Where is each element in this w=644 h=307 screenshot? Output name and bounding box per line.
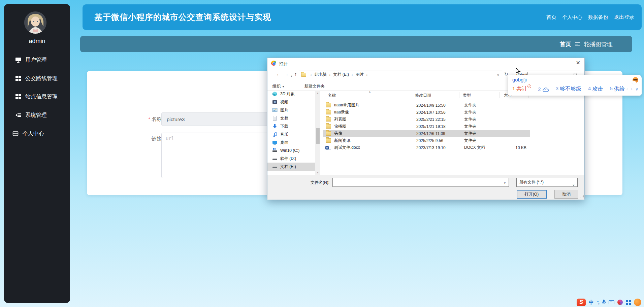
- refresh-icon[interactable]: ↻: [504, 71, 508, 77]
- history-chevron-icon[interactable]: ∨: [290, 72, 293, 79]
- file-row[interactable]: 新闻资讯 2025/2/25 9:56 文件夹: [323, 137, 530, 144]
- crumb-arrow-icon: ›: [329, 73, 331, 77]
- address-dropdown-icon[interactable]: ∨: [497, 73, 499, 77]
- file-row[interactable]: aaaa常用图片 2024/10/9 15:50 文件夹: [323, 102, 530, 109]
- forward-icon[interactable]: →: [284, 71, 289, 77]
- header-link-backup[interactable]: 数据备份: [588, 14, 608, 21]
- drive-icon: [272, 164, 278, 169]
- page-title: 基于微信小程序的城市公交查询系统设计与实现: [94, 12, 271, 23]
- sidebar-item-documents[interactable]: 文档: [267, 114, 315, 122]
- ime-punctuation-icon[interactable]: °,: [597, 300, 599, 305]
- back-icon[interactable]: ←: [276, 71, 281, 77]
- microphone-icon[interactable]: [602, 300, 606, 305]
- name-label: *名称: [87, 116, 162, 123]
- open-button[interactable]: 打开(O): [517, 190, 547, 199]
- crumb-arrow-icon: ›: [311, 73, 312, 77]
- ime-next-page-icon[interactable]: ›: [631, 87, 632, 92]
- crumb-arrow-icon: ›: [366, 73, 368, 77]
- file-list: ∧ 名称 修改日期 类型 大小 aaaa常用图片 2024/10/9 15:50…: [322, 91, 581, 175]
- header-link-home[interactable]: 首页: [546, 14, 556, 21]
- column-header-date[interactable]: 修改日期: [415, 91, 431, 99]
- filetype-select[interactable]: 所有文件 (*.*) ∨: [516, 178, 578, 187]
- sidebar-item-label: 系统管理: [25, 112, 47, 119]
- sidebar-item-stations[interactable]: 站点信息管理: [4, 91, 70, 103]
- ime-candidates: 1 共计 ✓ 2 3 够不够级 4 攻击 5 供给: [512, 86, 625, 93]
- address-bar[interactable]: › 此电脑 › 文档 (E:) › 图片 › ∨: [299, 70, 502, 79]
- dialog-titlebar[interactable]: 打开 ✕: [267, 58, 584, 68]
- organize-button[interactable]: 组织▼: [272, 83, 285, 89]
- sidebar-item-profile[interactable]: 个人中心: [4, 128, 70, 140]
- ime-cn-mode-icon[interactable]: 中: [589, 299, 594, 306]
- keyboard-icon[interactable]: [609, 300, 614, 304]
- grid-icon: [15, 75, 21, 81]
- sidebar-item-label: 公交路线管理: [25, 75, 58, 82]
- header-link-profile[interactable]: 个人中心: [562, 14, 582, 21]
- ime-toolbar: S 中 °,: [577, 298, 641, 307]
- sidebar-item-downloads[interactable]: 下载: [267, 122, 315, 130]
- correction-badge-icon: ✓: [527, 84, 531, 88]
- ime-skin-icon[interactable]: [617, 300, 623, 305]
- file-row[interactable]: aaa录像 2024/10/7 10:56 文件夹: [323, 109, 530, 116]
- ime-candidate-3[interactable]: 3 够不够级: [556, 86, 581, 93]
- sidebar-item-label: 个人中心: [23, 130, 44, 137]
- avatar[interactable]: [24, 11, 46, 34]
- ime-emoji-icon[interactable]: [633, 77, 638, 83]
- sidebar-item-music[interactable]: 音乐: [267, 130, 315, 138]
- column-header-name[interactable]: 名称: [328, 91, 336, 99]
- grid-icon: [15, 94, 21, 100]
- sidebar-item-pictures[interactable]: 图片: [267, 106, 315, 114]
- ime-composition: gobg'ji: [512, 77, 527, 82]
- close-icon[interactable]: ✕: [576, 60, 580, 66]
- column-header-type[interactable]: 类型: [463, 91, 471, 99]
- chevron-down-icon[interactable]: ∨: [504, 181, 506, 184]
- music-icon: [272, 132, 278, 137]
- sidebar-scrollbar[interactable]: ∧ ∨: [315, 91, 320, 175]
- scrollbar-thumb[interactable]: [316, 128, 320, 144]
- scroll-up-icon[interactable]: ∧: [315, 92, 320, 95]
- sidebar-item-drive-c[interactable]: Win10 (C:): [267, 146, 315, 155]
- ime-expand-icon[interactable]: ∨: [635, 87, 638, 92]
- sidebar-item-desktop[interactable]: 桌面: [267, 138, 315, 146]
- sidebar-item-bus-routes[interactable]: 公交路线管理: [4, 72, 70, 84]
- ime-emoji-ball-icon[interactable]: [634, 299, 641, 306]
- folder-icon: [326, 117, 331, 122]
- app-header: 基于微信小程序的城市公交查询系统设计与实现 首页 个人中心 数据备份 退出登录: [83, 4, 642, 30]
- sidebar-item-drive-e[interactable]: 文档 (E:): [267, 163, 315, 171]
- file-row-highlighted[interactable]: 头像 2024/12/6 11:09 文件夹: [323, 130, 530, 137]
- ime-prev-page-icon[interactable]: ‹: [626, 87, 628, 92]
- up-icon[interactable]: ↑: [294, 71, 297, 77]
- ime-candidate-1[interactable]: 1 共计 ✓: [512, 86, 531, 93]
- filename-input[interactable]: ∨: [332, 178, 509, 187]
- new-folder-button[interactable]: 新建文件夹: [304, 83, 325, 89]
- sidebar-item-videos[interactable]: 视频: [267, 98, 315, 106]
- ime-candidate-4[interactable]: 4 攻击: [588, 86, 603, 93]
- chrome-icon: [271, 61, 276, 66]
- sidebar-item-drive-d[interactable]: 软件 (D:): [267, 155, 315, 163]
- address-drive-e[interactable]: 文档 (E:): [332, 72, 350, 77]
- caret-down-icon: ▼: [282, 85, 285, 88]
- cancel-button[interactable]: 取消: [554, 190, 578, 199]
- dialog-title: 打开: [279, 61, 288, 67]
- scroll-down-icon[interactable]: ∨: [315, 171, 320, 174]
- file-row[interactable]: 列表图 2025/2/21 22:15 文件夹: [323, 116, 530, 123]
- address-pictures[interactable]: 图片: [355, 72, 364, 77]
- ime-candidate-window: gobg'ji 1 共计 ✓ 2 3 够不够级 4 攻击 5 供给 ‹ › ∨: [508, 75, 642, 96]
- file-row[interactable]: 测试文件.docx 2023/7/13 19:10 DOCX 文档 10 KB: [323, 144, 530, 151]
- folder-icon: [301, 73, 306, 77]
- header-link-logout[interactable]: 退出登录: [614, 14, 634, 21]
- drive-icon: [272, 156, 278, 161]
- sidebar-item-3d-objects[interactable]: 3D 对象: [267, 91, 315, 98]
- sidebar-item-system[interactable]: 系统管理: [4, 109, 70, 121]
- folder-icon: [326, 124, 331, 129]
- address-this-pc[interactable]: 此电脑: [314, 72, 327, 77]
- ime-toolbox-icon[interactable]: [626, 300, 631, 305]
- monitor-icon: [15, 57, 21, 63]
- file-row[interactable]: 轮播图 2025/1/21 19:18 文件夹: [323, 123, 530, 130]
- sidebar-item-users[interactable]: 用户管理: [4, 54, 70, 66]
- ime-candidate-2[interactable]: 2: [538, 86, 549, 92]
- username: admin: [4, 38, 70, 45]
- ime-paging: ‹ › ∨: [626, 87, 638, 92]
- ime-candidate-5[interactable]: 5 供给: [610, 86, 624, 93]
- breadcrumb-home[interactable]: 首页: [560, 40, 571, 48]
- sogou-logo-icon[interactable]: S: [577, 299, 586, 306]
